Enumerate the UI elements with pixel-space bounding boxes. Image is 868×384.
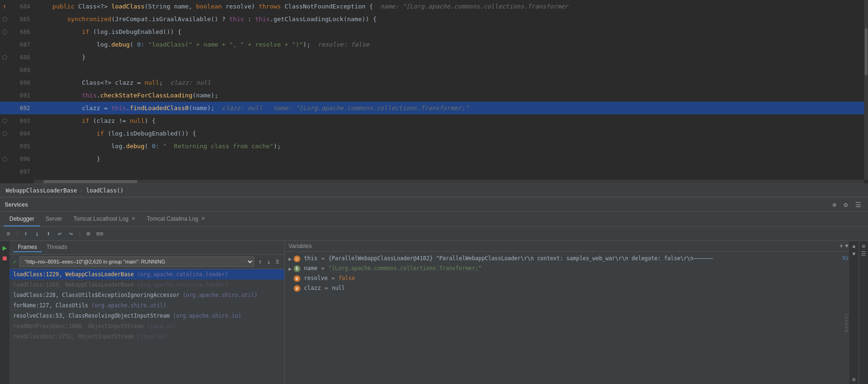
- tab-close-catalina-log[interactable]: ✕: [201, 216, 205, 222]
- far-right-gear[interactable]: ☰: [861, 250, 866, 257]
- breadcrumb-separator: ›: [80, 187, 83, 194]
- run-to-cursor-icon[interactable]: ↩: [55, 229, 64, 239]
- show-frames-icon[interactable]: ≡: [4, 229, 13, 239]
- var-name-resolve: resolve: [304, 275, 328, 281]
- thread-filter[interactable]: ⊻: [274, 257, 281, 266]
- services-globe-icon[interactable]: ⊕: [830, 200, 838, 209]
- frames-panel: Frames Threads ✓ "http–nio–8091–exec–10"…: [9, 241, 285, 384]
- panel-body: ▶ ■ Frames Threads ✓ "http–ni: [0, 241, 868, 384]
- frame-text-0: loadClass:1229, WebappClassLoaderBase (o…: [13, 271, 228, 278]
- frame-text-5: readNonProxyDesc:1868, ObjectInputStream…: [13, 323, 176, 329]
- var-val-this: {ParallelWebappClassLoader@4102} "Parall…: [329, 255, 838, 262]
- breakpoint-696: [2, 157, 7, 161]
- gutter-btn-1[interactable]: ▶: [0, 243, 9, 252]
- services-header: Services ⊕ ⚙ ☰: [0, 198, 868, 212]
- tab-close-localhost-log[interactable]: ✕: [131, 216, 136, 222]
- frame-item-0[interactable]: loadClass:1229, WebappClassLoaderBase (o…: [9, 269, 284, 280]
- tab-server[interactable]: Server: [40, 212, 68, 226]
- line-number-689: 689: [9, 67, 34, 73]
- frame-item-2[interactable]: loadClass:228, ClassUtils$ExceptionIgnor…: [9, 290, 284, 300]
- tab-frames[interactable]: Frames: [13, 243, 42, 252]
- frame-item-5[interactable]: readNonProxyDesc:1868, ObjectInputStream…: [9, 321, 284, 331]
- far-right-settings[interactable]: ⚙: [862, 243, 865, 249]
- tab-tomcat-localhost-log[interactable]: Tomcat Localhost Log ✕: [68, 212, 141, 226]
- services-gear-icon[interactable]: ⚙: [842, 200, 850, 209]
- var-expand-this[interactable]: ▶: [289, 256, 292, 262]
- thread-status-indicator: ✓: [13, 258, 16, 265]
- vertical-scrollbar[interactable]: [864, 0, 868, 180]
- right-gutter-up[interactable]: ▲: [852, 243, 856, 249]
- frame-list: loadClass:1229, WebappClassLoaderBase (o…: [9, 269, 284, 384]
- far-right-gutter: ⚙ ☰: [859, 241, 868, 384]
- services-menu-icon[interactable]: ☰: [853, 200, 863, 209]
- watch-icon[interactable]: ⊞: [84, 229, 93, 239]
- step-out-icon[interactable]: ⬇: [44, 229, 53, 239]
- code-line-687: 687 log.debug( 0: "loadClass(" + name + …: [0, 38, 868, 51]
- step-over-icon[interactable]: ↑: [21, 229, 31, 239]
- code-content-686: if (log.isDebugEnabled()) {: [34, 25, 868, 38]
- line-number-687: 687: [9, 41, 34, 48]
- line-gutter-693: [0, 119, 9, 123]
- frame-item-4[interactable]: resolveClass:53, ClassResolvingObjectInp…: [9, 311, 284, 321]
- frame-text-6: readClassDesc:1751, ObjectInputStream (j…: [13, 333, 166, 340]
- code-line-690: 690 Class<?> clazz = null; clazz: null: [0, 76, 868, 89]
- right-gutter-expand[interactable]: ⊞: [852, 376, 856, 383]
- code-content-692: clazz = this.findLoadedClass0(name); cla…: [34, 102, 868, 114]
- tab-tomcat-catalina-log[interactable]: Tomcat Catalina Log ✕: [141, 212, 211, 226]
- breadcrumb-method[interactable]: loadClass(): [86, 187, 123, 194]
- code-content-690: Class<?> clazz = null; clazz: null: [34, 76, 868, 89]
- frame-item-1[interactable]: loadClass:1188, WebappClassLoaderBase (o…: [9, 280, 284, 290]
- var-eq-resolve: =: [331, 275, 335, 281]
- code-line-684: ↑ 684 public Class<?> loadClass(String n…: [0, 0, 868, 13]
- var-val-resolve: false: [338, 275, 355, 281]
- services-tabs-row: Debugger Server Tomcat Localhost Log ✕ T…: [0, 212, 868, 227]
- frame-item-3[interactable]: forName:127, ClassUtils (org.apache.shir…: [9, 300, 284, 311]
- tab-threads[interactable]: Threads: [42, 243, 72, 252]
- var-item-name: ▶ S name = "[Lorg.apache.commons.collect…: [285, 264, 859, 273]
- code-editor: ↑ 684 public Class<?> loadClass(String n…: [0, 0, 868, 184]
- arrow-icon-684: ↑: [3, 3, 7, 10]
- horizontal-scrollbar[interactable]: [34, 180, 864, 184]
- var-expand-name[interactable]: ▶: [289, 266, 292, 272]
- code-content-684: public Class<?> loadClass(String name, b…: [34, 0, 868, 13]
- code-line-689: 689: [0, 64, 868, 76]
- line-number-686: 686: [9, 29, 34, 35]
- thread-dropdown[interactable]: "http–nio–8091–exec–10"@2,620 in group "…: [19, 256, 254, 267]
- line-gutter-685: [0, 17, 9, 22]
- var-eq-name: =: [321, 265, 325, 272]
- thread-nav-down[interactable]: ↓: [266, 257, 272, 266]
- line-number-696: 696: [9, 156, 34, 162]
- code-content-687: log.debug( 0: "loadClass(" + name + ", "…: [34, 38, 868, 51]
- gutter-btn-2[interactable]: ■: [0, 253, 9, 263]
- toolbar-separator-1: [17, 230, 17, 238]
- line-gutter-684: ↑: [0, 3, 9, 10]
- frame-item-6[interactable]: readClassDesc:1751, ObjectInputStream (j…: [9, 331, 284, 342]
- var-expand-resolve: ▶: [289, 275, 292, 281]
- var-item-this: ▶ ○ this = {ParallelWebappClassLoader@41…: [285, 254, 859, 264]
- frame-text-2: loadClass:228, ClassUtils$ExceptionIgnor…: [13, 292, 257, 298]
- thread-selector: ✓ "http–nio–8091–exec–10"@2,620 in group…: [9, 255, 284, 269]
- var-icon-resolve: ≡: [294, 275, 300, 282]
- code-line-688: 688 }: [0, 51, 868, 64]
- breadcrumb-class[interactable]: WebappClassLoaderBase: [6, 187, 77, 194]
- line-gutter-696: [0, 157, 9, 161]
- add-variable-icon[interactable]: +: [839, 242, 843, 249]
- var-val-clazz: null: [332, 285, 345, 291]
- tab-debugger[interactable]: Debugger: [4, 212, 40, 226]
- variables-panel: Variables + ▼ ▶ ○ this = {ParallelWebapp…: [285, 241, 859, 384]
- filter-icon[interactable]: ≡≡: [95, 229, 104, 239]
- right-gutter-down[interactable]: ▼: [852, 251, 856, 257]
- right-panel-gutter: ▲ ▼ ⊞: [849, 241, 859, 384]
- step-into-icon[interactable]: ↓: [32, 229, 42, 239]
- var-eq-this: =: [321, 255, 325, 262]
- var-name-clazz: clazz: [304, 285, 321, 291]
- variables-dropdown-icon[interactable]: ▼: [845, 243, 848, 249]
- code-content-696: }: [34, 152, 868, 165]
- evaluate-icon[interactable]: ↪: [66, 229, 76, 239]
- line-number-691: 691: [9, 92, 34, 99]
- variable-list: ▶ ○ this = {ParallelWebappClassLoader@41…: [285, 252, 859, 384]
- services-panel: Services ⊕ ⚙ ☰ Debugger Server Tomcat Lo…: [0, 197, 868, 384]
- breakpoint-686: [2, 30, 7, 34]
- code-line-685: 685 synchronized(JreCompat.isGraalAvaila…: [0, 13, 868, 25]
- thread-nav-up[interactable]: ↑: [257, 257, 263, 266]
